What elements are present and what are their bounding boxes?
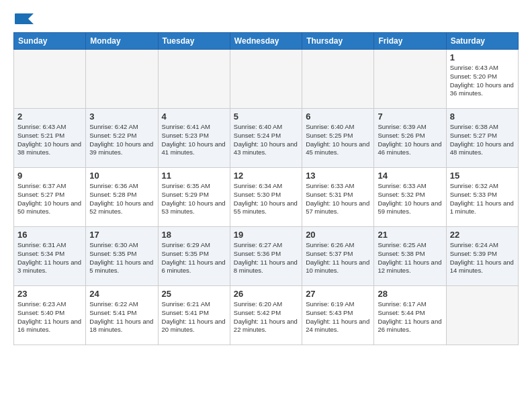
calendar-cell: 27Sunrise: 6:19 AM Sunset: 5:43 PM Dayli… <box>302 286 374 345</box>
svg-rect-2 <box>15 13 18 24</box>
calendar-cell: 17Sunrise: 6:30 AM Sunset: 5:35 PM Dayli… <box>86 227 158 286</box>
day-info: Sunrise: 6:38 AM Sunset: 5:27 PM Dayligh… <box>450 123 515 157</box>
day-info: Sunrise: 6:30 AM Sunset: 5:35 PM Dayligh… <box>89 241 154 275</box>
calendar-cell: 16Sunrise: 6:31 AM Sunset: 5:34 PM Dayli… <box>14 227 86 286</box>
day-number: 1 <box>450 52 515 62</box>
day-number: 8 <box>450 111 515 122</box>
logo-flag-icon <box>15 11 34 26</box>
day-number: 3 <box>89 111 154 122</box>
day-number: 7 <box>378 111 442 122</box>
day-info: Sunrise: 6:32 AM Sunset: 5:33 PM Dayligh… <box>450 182 515 216</box>
calendar-cell: 10Sunrise: 6:36 AM Sunset: 5:28 PM Dayli… <box>86 168 158 227</box>
calendar-cell: 1Sunrise: 6:43 AM Sunset: 5:20 PM Daylig… <box>446 50 518 109</box>
day-number: 19 <box>234 230 298 240</box>
day-info: Sunrise: 6:20 AM Sunset: 5:42 PM Dayligh… <box>234 300 298 334</box>
calendar-week-row: 16Sunrise: 6:31 AM Sunset: 5:34 PM Dayli… <box>14 227 519 286</box>
calendar-week-row: 2Sunrise: 6:43 AM Sunset: 5:21 PM Daylig… <box>14 109 519 168</box>
calendar-table: SundayMondayTuesdayWednesdayThursdayFrid… <box>13 32 519 345</box>
calendar-cell: 8Sunrise: 6:38 AM Sunset: 5:27 PM Daylig… <box>446 109 518 168</box>
day-number: 28 <box>378 289 442 299</box>
day-number: 23 <box>17 289 82 299</box>
calendar-cell: 11Sunrise: 6:35 AM Sunset: 5:29 PM Dayli… <box>158 168 230 227</box>
calendar-week-row: 9Sunrise: 6:37 AM Sunset: 5:27 PM Daylig… <box>14 168 519 227</box>
weekday-header-saturday: Saturday <box>446 33 518 50</box>
day-number: 17 <box>89 230 154 240</box>
header <box>13 11 519 26</box>
day-number: 4 <box>162 111 226 122</box>
day-number: 20 <box>306 230 370 240</box>
day-info: Sunrise: 6:34 AM Sunset: 5:30 PM Dayligh… <box>234 182 298 216</box>
day-info: Sunrise: 6:42 AM Sunset: 5:22 PM Dayligh… <box>89 123 154 157</box>
calendar-cell: 15Sunrise: 6:32 AM Sunset: 5:33 PM Dayli… <box>446 168 518 227</box>
day-number: 25 <box>162 289 226 299</box>
calendar-cell: 5Sunrise: 6:40 AM Sunset: 5:24 PM Daylig… <box>230 109 302 168</box>
day-info: Sunrise: 6:22 AM Sunset: 5:41 PM Dayligh… <box>89 300 154 334</box>
day-number: 18 <box>162 230 226 240</box>
page: SundayMondayTuesdayWednesdayThursdayFrid… <box>0 0 532 352</box>
day-number: 11 <box>162 171 226 181</box>
day-info: Sunrise: 6:43 AM Sunset: 5:21 PM Dayligh… <box>17 123 82 157</box>
day-number: 16 <box>17 230 82 240</box>
day-info: Sunrise: 6:41 AM Sunset: 5:23 PM Dayligh… <box>162 123 226 157</box>
day-info: Sunrise: 6:25 AM Sunset: 5:38 PM Dayligh… <box>378 241 442 275</box>
calendar-cell: 21Sunrise: 6:25 AM Sunset: 5:38 PM Dayli… <box>374 227 446 286</box>
calendar-week-row: 1Sunrise: 6:43 AM Sunset: 5:20 PM Daylig… <box>14 50 519 109</box>
day-info: Sunrise: 6:35 AM Sunset: 5:29 PM Dayligh… <box>162 182 226 216</box>
calendar-cell <box>302 50 374 109</box>
calendar-cell: 6Sunrise: 6:40 AM Sunset: 5:25 PM Daylig… <box>302 109 374 168</box>
day-info: Sunrise: 6:23 AM Sunset: 5:40 PM Dayligh… <box>17 300 82 334</box>
calendar-cell: 3Sunrise: 6:42 AM Sunset: 5:22 PM Daylig… <box>86 109 158 168</box>
calendar-cell: 23Sunrise: 6:23 AM Sunset: 5:40 PM Dayli… <box>14 286 86 345</box>
calendar-cell: 9Sunrise: 6:37 AM Sunset: 5:27 PM Daylig… <box>14 168 86 227</box>
calendar-cell: 24Sunrise: 6:22 AM Sunset: 5:41 PM Dayli… <box>86 286 158 345</box>
weekday-header-row: SundayMondayTuesdayWednesdayThursdayFrid… <box>14 33 519 50</box>
calendar-cell <box>446 286 518 345</box>
day-info: Sunrise: 6:26 AM Sunset: 5:37 PM Dayligh… <box>306 241 370 275</box>
weekday-header-tuesday: Tuesday <box>158 33 230 50</box>
calendar-cell <box>14 50 86 109</box>
day-info: Sunrise: 6:43 AM Sunset: 5:20 PM Dayligh… <box>450 64 515 98</box>
calendar-cell: 18Sunrise: 6:29 AM Sunset: 5:35 PM Dayli… <box>158 227 230 286</box>
day-number: 21 <box>378 230 442 240</box>
day-number: 6 <box>306 111 370 122</box>
weekday-header-monday: Monday <box>86 33 158 50</box>
calendar-cell: 28Sunrise: 6:17 AM Sunset: 5:44 PM Dayli… <box>374 286 446 345</box>
day-info: Sunrise: 6:27 AM Sunset: 5:36 PM Dayligh… <box>234 241 298 275</box>
calendar-cell: 22Sunrise: 6:24 AM Sunset: 5:39 PM Dayli… <box>446 227 518 286</box>
day-info: Sunrise: 6:24 AM Sunset: 5:39 PM Dayligh… <box>450 241 515 275</box>
weekday-header-friday: Friday <box>374 33 446 50</box>
day-info: Sunrise: 6:37 AM Sunset: 5:27 PM Dayligh… <box>17 182 82 216</box>
calendar-cell: 2Sunrise: 6:43 AM Sunset: 5:21 PM Daylig… <box>14 109 86 168</box>
calendar-week-row: 23Sunrise: 6:23 AM Sunset: 5:40 PM Dayli… <box>14 286 519 345</box>
day-number: 13 <box>306 171 370 181</box>
day-info: Sunrise: 6:29 AM Sunset: 5:35 PM Dayligh… <box>162 241 226 275</box>
calendar-cell: 7Sunrise: 6:39 AM Sunset: 5:26 PM Daylig… <box>374 109 446 168</box>
calendar-cell <box>158 50 230 109</box>
day-info: Sunrise: 6:36 AM Sunset: 5:28 PM Dayligh… <box>89 182 154 216</box>
day-info: Sunrise: 6:31 AM Sunset: 5:34 PM Dayligh… <box>17 241 82 275</box>
calendar-cell: 14Sunrise: 6:33 AM Sunset: 5:32 PM Dayli… <box>374 168 446 227</box>
calendar-cell: 12Sunrise: 6:34 AM Sunset: 5:30 PM Dayli… <box>230 168 302 227</box>
day-info: Sunrise: 6:39 AM Sunset: 5:26 PM Dayligh… <box>378 123 442 157</box>
day-number: 5 <box>234 111 298 122</box>
calendar-cell <box>230 50 302 109</box>
weekday-header-sunday: Sunday <box>14 33 86 50</box>
day-info: Sunrise: 6:21 AM Sunset: 5:41 PM Dayligh… <box>162 300 226 334</box>
day-number: 24 <box>89 289 154 299</box>
logo <box>13 11 34 26</box>
day-number: 27 <box>306 289 370 299</box>
calendar-cell: 20Sunrise: 6:26 AM Sunset: 5:37 PM Dayli… <box>302 227 374 286</box>
calendar-cell: 26Sunrise: 6:20 AM Sunset: 5:42 PM Dayli… <box>230 286 302 345</box>
calendar-cell: 4Sunrise: 6:41 AM Sunset: 5:23 PM Daylig… <box>158 109 230 168</box>
day-number: 22 <box>450 230 515 240</box>
weekday-header-wednesday: Wednesday <box>230 33 302 50</box>
day-number: 15 <box>450 171 515 181</box>
day-info: Sunrise: 6:33 AM Sunset: 5:32 PM Dayligh… <box>378 182 442 216</box>
calendar-cell <box>374 50 446 109</box>
calendar-cell: 13Sunrise: 6:33 AM Sunset: 5:31 PM Dayli… <box>302 168 374 227</box>
calendar-cell: 19Sunrise: 6:27 AM Sunset: 5:36 PM Dayli… <box>230 227 302 286</box>
day-number: 2 <box>17 111 82 122</box>
day-number: 14 <box>378 171 442 181</box>
calendar-cell: 25Sunrise: 6:21 AM Sunset: 5:41 PM Dayli… <box>158 286 230 345</box>
day-info: Sunrise: 6:40 AM Sunset: 5:25 PM Dayligh… <box>306 123 370 157</box>
